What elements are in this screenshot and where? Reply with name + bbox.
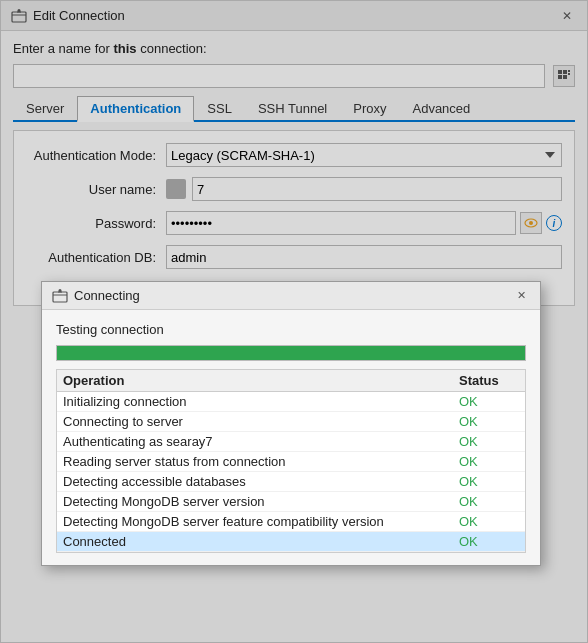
op-operation: Connected xyxy=(63,534,459,549)
op-operation: Detecting MongoDB server feature compati… xyxy=(63,514,459,529)
op-operation: Detecting accessible databases xyxy=(63,474,459,489)
progress-bar-fill xyxy=(57,346,525,360)
connecting-dialog: Connecting ✕ Testing connection Operatio… xyxy=(41,281,541,566)
op-operation: Initializing connection xyxy=(63,394,459,409)
op-row: Detecting MongoDB server versionOK xyxy=(57,492,525,512)
op-status: OK xyxy=(459,454,519,469)
op-row: Reading server status from connectionOK xyxy=(57,452,525,472)
operations-table-header: Operation Status xyxy=(57,370,525,392)
operations-table: Operation Status Initializing connection… xyxy=(56,369,526,553)
op-row: Authenticating as searay7OK xyxy=(57,432,525,452)
op-operation: Connecting to server xyxy=(63,414,459,429)
dialog-close-button[interactable]: ✕ xyxy=(512,287,530,305)
op-row: Detecting accessible databasesOK xyxy=(57,472,525,492)
dialog-body: Testing connection Operation Status Init… xyxy=(42,310,540,565)
op-operation: Detecting MongoDB server version xyxy=(63,494,459,509)
op-operation: Authenticating as searay7 xyxy=(63,434,459,449)
dialog-overlay: Connecting ✕ Testing connection Operatio… xyxy=(1,1,587,642)
op-status: OK xyxy=(459,434,519,449)
dialog-window-icon xyxy=(52,288,68,304)
op-status: OK xyxy=(459,534,519,549)
operations-body: Initializing connectionOKConnecting to s… xyxy=(57,392,525,552)
dialog-title-bar: Connecting ✕ xyxy=(42,282,540,310)
op-operation: Reading server status from connection xyxy=(63,454,459,469)
op-row: Detecting MongoDB server feature compati… xyxy=(57,512,525,532)
main-window: Edit Connection ✕ Enter a name for this … xyxy=(0,0,588,643)
op-status: OK xyxy=(459,514,519,529)
op-row: Connecting to serverOK xyxy=(57,412,525,432)
testing-label: Testing connection xyxy=(56,322,526,337)
op-status: OK xyxy=(459,414,519,429)
col-header-status: Status xyxy=(459,373,519,388)
op-status: OK xyxy=(459,394,519,409)
op-row: Initializing connectionOK xyxy=(57,392,525,412)
dialog-title-left: Connecting xyxy=(52,288,140,304)
progress-bar-container xyxy=(56,345,526,361)
op-status: OK xyxy=(459,474,519,489)
col-header-operation: Operation xyxy=(63,373,459,388)
op-status: OK xyxy=(459,494,519,509)
op-row: ConnectedOK xyxy=(57,532,525,552)
svg-rect-10 xyxy=(53,292,67,302)
dialog-title: Connecting xyxy=(74,288,140,303)
